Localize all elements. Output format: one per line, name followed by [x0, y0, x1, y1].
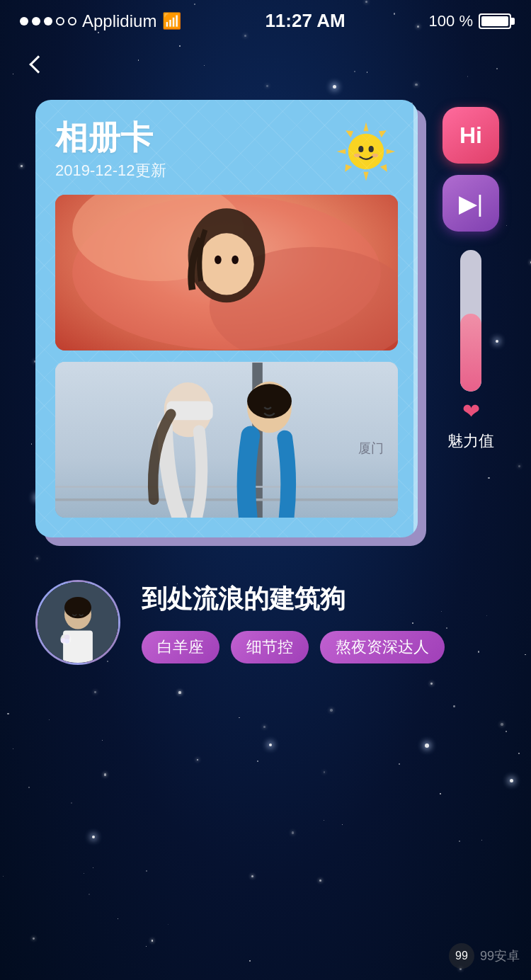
star — [501, 723, 503, 725]
photo-2-art — [55, 362, 398, 518]
meter-fill — [460, 314, 481, 392]
svg-marker-2 — [387, 149, 396, 154]
avatar[interactable] — [35, 580, 120, 665]
back-chevron-icon — [29, 55, 47, 73]
star — [197, 759, 199, 761]
star — [33, 938, 35, 940]
star — [354, 71, 355, 72]
sun-emoji — [334, 120, 398, 183]
svg-marker-1 — [379, 130, 387, 137]
status-time: 11:27 AM — [265, 10, 345, 32]
star — [481, 840, 482, 841]
photo-2: 厦门 — [55, 362, 398, 518]
star — [3, 876, 4, 877]
photo-1 — [55, 195, 398, 351]
carrier-name: Applidium — [82, 11, 156, 31]
glow-star — [92, 836, 95, 838]
svg-marker-6 — [337, 149, 346, 154]
star — [28, 787, 30, 788]
svg-point-28 — [247, 384, 292, 418]
svg-point-9 — [358, 146, 363, 152]
wifi-icon: 📶 — [162, 12, 181, 30]
glow-star — [510, 779, 513, 782]
charm-meter: ❤ 魅力值 — [447, 250, 494, 452]
meter-track — [460, 250, 481, 392]
signal-dot-3 — [44, 17, 52, 25]
play-icon: ▶| — [459, 189, 484, 217]
star — [324, 820, 324, 821]
star — [178, 691, 181, 693]
right-sidebar: Hi ▶| ❤ 魅力值 — [432, 100, 510, 537]
profile-info: 到处流浪的建筑狗 白羊座 细节控 熬夜资深达人 — [142, 582, 503, 663]
star — [168, 924, 169, 925]
star — [518, 753, 520, 754]
star — [263, 726, 266, 728]
profile-name: 到处流浪的建筑狗 — [142, 582, 503, 617]
svg-point-20 — [232, 256, 239, 264]
star — [84, 873, 84, 874]
star — [118, 918, 118, 919]
hi-label: Hi — [459, 122, 482, 149]
card-title-area: 相册卡 2019-12-12更新 — [55, 120, 166, 181]
star — [249, 960, 251, 962]
star — [440, 793, 441, 794]
tag-detail[interactable]: 细节控 — [231, 631, 309, 663]
star — [251, 875, 253, 877]
svg-point-12 — [372, 154, 378, 157]
watermark: 99 99安卓 — [449, 943, 520, 969]
svg-rect-21 — [55, 362, 398, 518]
status-left: Applidium 📶 — [20, 11, 181, 31]
star — [94, 691, 96, 693]
star — [93, 867, 93, 868]
heart-icon: ❤ — [462, 399, 480, 423]
svg-marker-3 — [380, 164, 387, 172]
status-right: 100 % — [429, 12, 511, 30]
star — [88, 894, 90, 895]
star — [496, 68, 498, 69]
back-button[interactable] — [14, 43, 57, 86]
card-header: 相册卡 2019-12-12更新 — [55, 120, 398, 183]
signal-dots — [20, 17, 76, 25]
avatar-art — [38, 582, 118, 663]
svg-point-19 — [215, 256, 222, 264]
star — [319, 879, 321, 882]
album-card[interactable]: 相册卡 2019-12-12更新 — [35, 100, 418, 537]
svg-point-8 — [348, 134, 384, 169]
svg-marker-7 — [346, 130, 353, 137]
star — [49, 719, 50, 720]
star — [330, 709, 332, 711]
svg-point-37 — [61, 638, 66, 643]
card-date: 2019-12-12更新 — [55, 160, 166, 181]
star — [342, 824, 343, 825]
svg-point-32 — [64, 597, 91, 618]
star — [257, 760, 258, 762]
star — [467, 76, 468, 76]
star — [453, 705, 455, 707]
svg-point-18 — [199, 233, 253, 295]
star — [324, 771, 326, 773]
star — [13, 74, 13, 74]
star — [179, 45, 181, 47]
star — [292, 831, 294, 833]
star — [71, 802, 72, 804]
glow-star — [425, 743, 429, 748]
svg-point-38 — [64, 639, 69, 644]
star — [102, 740, 103, 741]
battery-text: 100 % — [429, 12, 473, 30]
tag-star-sign[interactable]: 白羊座 — [142, 631, 219, 663]
star — [506, 731, 507, 732]
tag-night[interactable]: 熬夜资深达人 — [320, 631, 445, 663]
star — [459, 841, 460, 842]
profile-section: 到处流浪的建筑狗 白羊座 细节控 熬夜资深达人 — [0, 537, 531, 679]
profile-tags: 白羊座 细节控 熬夜资深达人 — [142, 631, 503, 663]
star — [13, 748, 13, 749]
star — [7, 713, 8, 714]
hi-button[interactable]: Hi — [442, 107, 499, 164]
star — [152, 940, 154, 942]
album-card-wrapper: 相册卡 2019-12-12更新 — [35, 100, 418, 537]
location-tag: 厦门 — [358, 440, 384, 457]
play-button[interactable]: ▶| — [442, 175, 499, 232]
star — [146, 946, 147, 947]
svg-marker-5 — [345, 164, 352, 172]
photo-2-inner: 厦门 — [55, 362, 398, 518]
